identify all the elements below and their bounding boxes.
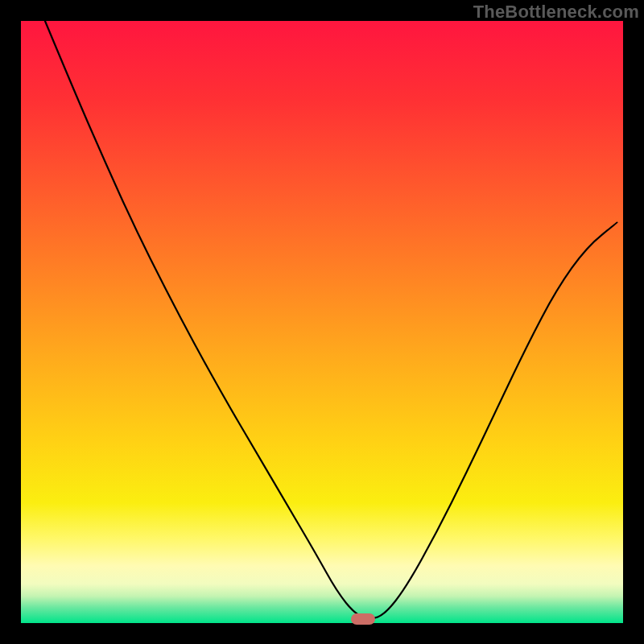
chart-stage: TheBottleneck.com xyxy=(0,0,644,644)
optimal-point-marker xyxy=(351,613,375,625)
watermark-text: TheBottleneck.com xyxy=(473,2,639,23)
gradient-background xyxy=(21,21,623,623)
bottleneck-plot xyxy=(0,0,644,644)
